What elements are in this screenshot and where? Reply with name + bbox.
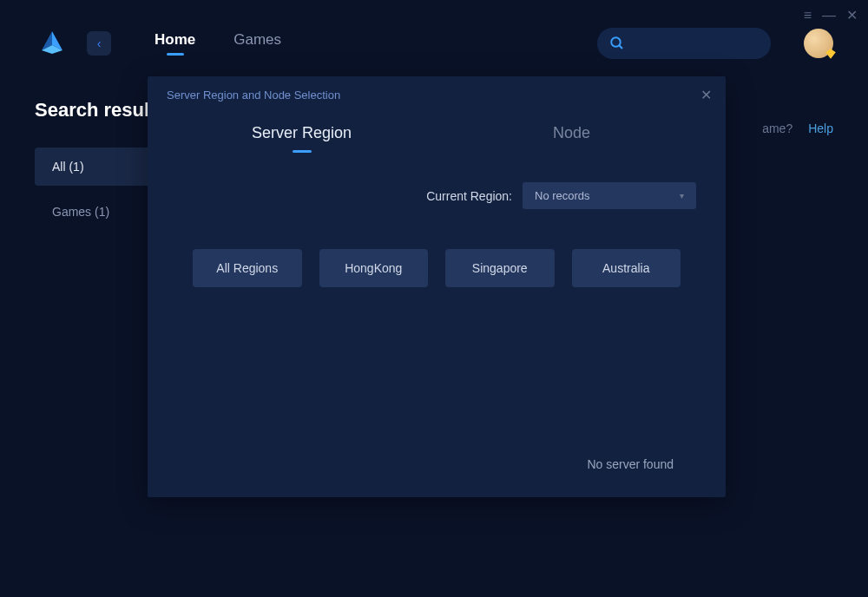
minimize-button[interactable]: — [822, 9, 836, 23]
region-hongkong[interactable]: HongKong [319, 249, 429, 287]
region-all[interactable]: All Regions [193, 249, 302, 287]
close-icon: ✕ [700, 88, 712, 102]
nav-home[interactable]: Home [155, 31, 195, 56]
modal-title: Server Region and Node Selection [167, 89, 707, 102]
tab-server-region[interactable]: Server Region [167, 124, 437, 153]
current-region-row: Current Region: No records ▾ [167, 182, 707, 209]
main-nav: Home Games [155, 31, 281, 56]
nav-games[interactable]: Games [233, 31, 281, 56]
back-button[interactable]: ‹ [87, 31, 111, 56]
region-australia[interactable]: Australia [572, 249, 681, 287]
server-region-modal: Server Region and Node Selection ✕ Serve… [148, 76, 726, 497]
help-link[interactable]: Help [808, 121, 833, 135]
current-region-label: Current Region: [426, 189, 512, 203]
svg-point-0 [611, 37, 621, 47]
logo-icon [36, 28, 68, 59]
modal-close-button[interactable]: ✕ [700, 87, 712, 103]
chevron-down-icon: ▾ [680, 191, 684, 200]
current-region-value: No records [535, 189, 590, 202]
menu-icon[interactable]: ≡ [804, 9, 812, 23]
diamond-badge-icon [825, 48, 837, 60]
current-region-select[interactable]: No records ▾ [523, 182, 696, 209]
app-logo [35, 26, 69, 61]
tab-node[interactable]: Node [437, 124, 707, 153]
region-buttons: All Regions HongKong Singapore Australia [167, 249, 707, 287]
svg-line-1 [619, 45, 622, 49]
search-input[interactable] [597, 28, 771, 59]
window-controls: ≡ — ✕ [804, 9, 858, 23]
user-avatar[interactable] [804, 29, 833, 58]
chevron-left-icon: ‹ [97, 36, 102, 50]
game-hint-text: ame? [762, 121, 792, 135]
region-singapore[interactable]: Singapore [445, 249, 555, 287]
header: ‹ Home Games [0, 0, 868, 69]
modal-tabs: Server Region Node [167, 124, 707, 153]
top-right-links: ame? Help [762, 121, 833, 135]
search-icon [609, 36, 625, 51]
no-server-text: No server found [587, 457, 674, 471]
close-window-button[interactable]: ✕ [846, 9, 858, 23]
